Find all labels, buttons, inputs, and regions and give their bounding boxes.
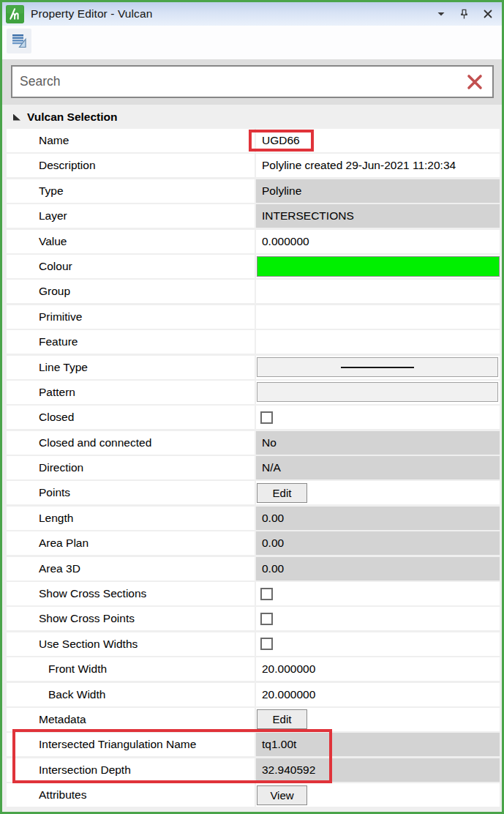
property-row: Length0.00 [7, 507, 500, 530]
property-value-cell: 0.00 [255, 507, 500, 530]
property-value-cell: View [255, 783, 500, 807]
row-gutter [7, 733, 33, 756]
row-gutter [7, 683, 33, 706]
titlebar: Property Editor - Vulcan [2, 2, 502, 26]
property-row: Primitive [7, 305, 500, 329]
pattern-button[interactable] [257, 382, 498, 402]
edit-button[interactable]: Edit [257, 709, 307, 729]
property-row: Use Section Widths [7, 632, 500, 656]
row-gutter [7, 255, 33, 278]
property-row: Value0.000000 [7, 230, 500, 253]
property-row: Intersected Triangulation Nametq1.00t [7, 733, 500, 756]
property-value-cell[interactable] [255, 305, 500, 329]
checkbox[interactable] [260, 588, 273, 600]
property-value: 0.00 [256, 537, 284, 550]
property-row: DirectionN/A [7, 456, 500, 479]
checkbox[interactable] [260, 411, 273, 424]
property-label: Back Width [33, 683, 255, 706]
row-gutter [7, 456, 33, 479]
property-label: Name [33, 129, 255, 152]
property-value: 32.940592 [256, 763, 315, 777]
display-properties-icon [10, 32, 28, 50]
display-properties-button[interactable] [7, 29, 31, 53]
property-row: DescriptionPolyline created 29-Jun-2021 … [7, 154, 500, 177]
maptek-vulcan-logo-icon [6, 5, 24, 23]
property-label: Show Cross Points [33, 607, 255, 630]
chevron-down-icon[interactable] [435, 9, 446, 20]
property-value: 0.00 [256, 562, 284, 575]
row-gutter [7, 758, 33, 782]
toolbar [2, 26, 502, 59]
property-value-cell[interactable]: 20.000000 [255, 657, 500, 681]
property-label: Area Plan [33, 531, 255, 555]
row-gutter [7, 657, 33, 681]
property-row: Back Width20.000000 [7, 683, 500, 706]
property-value-cell: N/A [255, 456, 500, 479]
edit-button[interactable]: Edit [257, 483, 307, 503]
checkbox[interactable] [260, 638, 273, 650]
property-value-cell: tq1.00t [255, 733, 500, 756]
solid-line-sample [341, 367, 414, 368]
property-row: Show Cross Points [7, 607, 500, 630]
property-value-cell [255, 632, 500, 656]
checkbox[interactable] [260, 613, 273, 625]
search-input[interactable] [20, 74, 466, 89]
property-value[interactable]: UGD66 [262, 134, 300, 147]
property-value-cell [255, 381, 500, 404]
property-value[interactable]: 0.000000 [256, 235, 309, 248]
property-label: Type [33, 179, 255, 203]
property-value-cell[interactable] [255, 280, 500, 303]
expander-triangle-icon[interactable] [13, 114, 20, 121]
property-value-cell[interactable]: 0.000000 [255, 230, 500, 253]
search-clear-x-icon[interactable] [466, 73, 484, 91]
property-value-cell[interactable]: Polyline created 29-Jun-2021 11:20:34 [255, 154, 500, 177]
row-gutter [7, 381, 33, 404]
row-gutter [7, 305, 33, 329]
property-row: Intersection Depth32.940592 [7, 758, 500, 782]
red-annotation-box: UGD66 [249, 130, 314, 152]
property-label: Metadata [33, 708, 255, 731]
property-value-cell [255, 255, 500, 278]
property-value[interactable]: 20.000000 [256, 688, 315, 701]
search-box [11, 65, 494, 98]
close-icon[interactable] [482, 9, 493, 20]
row-gutter [7, 431, 33, 455]
property-label: Area 3D [33, 557, 255, 580]
property-value[interactable]: Polyline created 29-Jun-2021 11:20:34 [256, 159, 456, 172]
property-value[interactable]: 20.000000 [256, 662, 315, 676]
property-label: Colour [33, 255, 255, 278]
property-value-cell: No [255, 431, 500, 455]
property-label: Attributes [33, 783, 255, 807]
property-row: Feature [7, 330, 500, 354]
window-title: Property Editor - Vulcan [31, 7, 152, 20]
colour-swatch[interactable] [257, 256, 500, 277]
property-editor-panel: Property Editor - Vulcan [0, 0, 504, 814]
property-row: LayerINTERSECTIONS [7, 204, 500, 228]
property-row: PointsEdit [7, 481, 500, 504]
property-value-cell[interactable] [255, 330, 500, 354]
property-value-cell[interactable]: 20.000000 [255, 683, 500, 706]
property-row: Group [7, 280, 500, 303]
row-gutter [7, 783, 33, 807]
row-gutter [7, 129, 33, 152]
annotated-row-group: Intersected Triangulation Nametq1.00tInt… [7, 733, 500, 781]
row-gutter [7, 280, 33, 303]
property-row: AttributesView [7, 783, 500, 807]
property-row: Colour [7, 255, 500, 278]
row-gutter [7, 557, 33, 580]
line-type-button[interactable] [257, 357, 498, 377]
property-value-cell [255, 356, 500, 379]
row-gutter [7, 481, 33, 504]
property-value: No [256, 436, 277, 449]
property-value-cell[interactable]: UGD66 [255, 129, 500, 152]
property-value-cell: 0.00 [255, 531, 500, 555]
search-section [2, 59, 502, 105]
row-gutter [7, 406, 33, 429]
property-row: Pattern [7, 381, 500, 404]
row-gutter [7, 204, 33, 228]
property-value-cell [255, 582, 500, 605]
property-row: NameUGD66 [7, 129, 500, 152]
pin-icon[interactable] [459, 9, 470, 20]
view-button[interactable]: View [257, 785, 307, 805]
property-label: Show Cross Sections [33, 582, 255, 605]
